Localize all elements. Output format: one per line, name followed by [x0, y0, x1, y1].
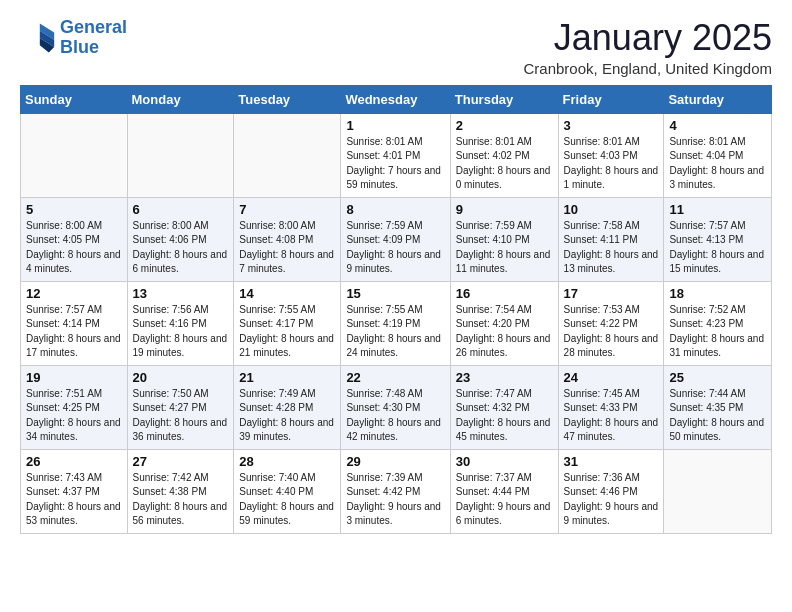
day-cell: 16Sunrise: 7:54 AM Sunset: 4:20 PM Dayli…	[450, 281, 558, 365]
logo-blue: Blue	[60, 37, 99, 57]
day-number: 8	[346, 202, 444, 217]
location: Cranbrook, England, United Kingdom	[524, 60, 772, 77]
logo-general: General	[60, 17, 127, 37]
day-number: 5	[26, 202, 122, 217]
day-info: Sunrise: 7:39 AM Sunset: 4:42 PM Dayligh…	[346, 471, 444, 529]
day-info: Sunrise: 8:00 AM Sunset: 4:06 PM Dayligh…	[133, 219, 229, 277]
day-cell	[664, 449, 772, 533]
weekday-header-sunday: Sunday	[21, 85, 128, 113]
day-info: Sunrise: 7:52 AM Sunset: 4:23 PM Dayligh…	[669, 303, 766, 361]
day-number: 13	[133, 286, 229, 301]
day-info: Sunrise: 8:01 AM Sunset: 4:02 PM Dayligh…	[456, 135, 553, 193]
day-cell: 14Sunrise: 7:55 AM Sunset: 4:17 PM Dayli…	[234, 281, 341, 365]
month-title: January 2025	[524, 18, 772, 58]
day-number: 15	[346, 286, 444, 301]
day-info: Sunrise: 7:45 AM Sunset: 4:33 PM Dayligh…	[564, 387, 659, 445]
logo-text: General Blue	[60, 18, 127, 58]
day-cell: 2Sunrise: 8:01 AM Sunset: 4:02 PM Daylig…	[450, 113, 558, 197]
day-number: 21	[239, 370, 335, 385]
day-info: Sunrise: 7:53 AM Sunset: 4:22 PM Dayligh…	[564, 303, 659, 361]
day-info: Sunrise: 7:50 AM Sunset: 4:27 PM Dayligh…	[133, 387, 229, 445]
day-cell: 31Sunrise: 7:36 AM Sunset: 4:46 PM Dayli…	[558, 449, 664, 533]
day-cell: 7Sunrise: 8:00 AM Sunset: 4:08 PM Daylig…	[234, 197, 341, 281]
day-cell: 17Sunrise: 7:53 AM Sunset: 4:22 PM Dayli…	[558, 281, 664, 365]
day-number: 16	[456, 286, 553, 301]
day-info: Sunrise: 7:55 AM Sunset: 4:19 PM Dayligh…	[346, 303, 444, 361]
day-number: 27	[133, 454, 229, 469]
week-row-4: 19Sunrise: 7:51 AM Sunset: 4:25 PM Dayli…	[21, 365, 772, 449]
day-cell: 11Sunrise: 7:57 AM Sunset: 4:13 PM Dayli…	[664, 197, 772, 281]
header: General Blue January 2025 Cranbrook, Eng…	[20, 18, 772, 77]
week-row-3: 12Sunrise: 7:57 AM Sunset: 4:14 PM Dayli…	[21, 281, 772, 365]
day-number: 26	[26, 454, 122, 469]
day-cell: 10Sunrise: 7:58 AM Sunset: 4:11 PM Dayli…	[558, 197, 664, 281]
day-info: Sunrise: 7:44 AM Sunset: 4:35 PM Dayligh…	[669, 387, 766, 445]
day-number: 25	[669, 370, 766, 385]
day-number: 30	[456, 454, 553, 469]
day-number: 29	[346, 454, 444, 469]
weekday-header-saturday: Saturday	[664, 85, 772, 113]
day-cell: 9Sunrise: 7:59 AM Sunset: 4:10 PM Daylig…	[450, 197, 558, 281]
day-number: 12	[26, 286, 122, 301]
day-number: 1	[346, 118, 444, 133]
day-cell: 18Sunrise: 7:52 AM Sunset: 4:23 PM Dayli…	[664, 281, 772, 365]
day-info: Sunrise: 7:56 AM Sunset: 4:16 PM Dayligh…	[133, 303, 229, 361]
day-info: Sunrise: 8:00 AM Sunset: 4:08 PM Dayligh…	[239, 219, 335, 277]
day-number: 9	[456, 202, 553, 217]
day-number: 10	[564, 202, 659, 217]
day-cell: 12Sunrise: 7:57 AM Sunset: 4:14 PM Dayli…	[21, 281, 128, 365]
day-cell: 21Sunrise: 7:49 AM Sunset: 4:28 PM Dayli…	[234, 365, 341, 449]
day-info: Sunrise: 7:40 AM Sunset: 4:40 PM Dayligh…	[239, 471, 335, 529]
day-number: 20	[133, 370, 229, 385]
day-cell: 25Sunrise: 7:44 AM Sunset: 4:35 PM Dayli…	[664, 365, 772, 449]
day-cell: 13Sunrise: 7:56 AM Sunset: 4:16 PM Dayli…	[127, 281, 234, 365]
logo: General Blue	[20, 18, 127, 58]
day-info: Sunrise: 7:48 AM Sunset: 4:30 PM Dayligh…	[346, 387, 444, 445]
day-cell: 6Sunrise: 8:00 AM Sunset: 4:06 PM Daylig…	[127, 197, 234, 281]
day-info: Sunrise: 7:55 AM Sunset: 4:17 PM Dayligh…	[239, 303, 335, 361]
day-cell: 30Sunrise: 7:37 AM Sunset: 4:44 PM Dayli…	[450, 449, 558, 533]
day-number: 17	[564, 286, 659, 301]
day-cell	[21, 113, 128, 197]
day-number: 22	[346, 370, 444, 385]
day-info: Sunrise: 7:51 AM Sunset: 4:25 PM Dayligh…	[26, 387, 122, 445]
day-info: Sunrise: 7:36 AM Sunset: 4:46 PM Dayligh…	[564, 471, 659, 529]
logo-icon	[20, 20, 56, 56]
day-info: Sunrise: 8:00 AM Sunset: 4:05 PM Dayligh…	[26, 219, 122, 277]
day-number: 18	[669, 286, 766, 301]
day-info: Sunrise: 7:49 AM Sunset: 4:28 PM Dayligh…	[239, 387, 335, 445]
weekday-header-thursday: Thursday	[450, 85, 558, 113]
day-number: 2	[456, 118, 553, 133]
day-cell: 4Sunrise: 8:01 AM Sunset: 4:04 PM Daylig…	[664, 113, 772, 197]
day-number: 28	[239, 454, 335, 469]
day-cell: 19Sunrise: 7:51 AM Sunset: 4:25 PM Dayli…	[21, 365, 128, 449]
page: General Blue January 2025 Cranbrook, Eng…	[0, 0, 792, 552]
day-cell: 29Sunrise: 7:39 AM Sunset: 4:42 PM Dayli…	[341, 449, 450, 533]
day-cell: 1Sunrise: 8:01 AM Sunset: 4:01 PM Daylig…	[341, 113, 450, 197]
day-number: 11	[669, 202, 766, 217]
day-info: Sunrise: 7:59 AM Sunset: 4:09 PM Dayligh…	[346, 219, 444, 277]
day-info: Sunrise: 7:57 AM Sunset: 4:13 PM Dayligh…	[669, 219, 766, 277]
day-cell	[127, 113, 234, 197]
week-row-1: 1Sunrise: 8:01 AM Sunset: 4:01 PM Daylig…	[21, 113, 772, 197]
day-info: Sunrise: 8:01 AM Sunset: 4:03 PM Dayligh…	[564, 135, 659, 193]
day-number: 4	[669, 118, 766, 133]
day-info: Sunrise: 8:01 AM Sunset: 4:01 PM Dayligh…	[346, 135, 444, 193]
title-block: January 2025 Cranbrook, England, United …	[524, 18, 772, 77]
day-info: Sunrise: 7:43 AM Sunset: 4:37 PM Dayligh…	[26, 471, 122, 529]
day-number: 24	[564, 370, 659, 385]
day-number: 14	[239, 286, 335, 301]
day-cell: 28Sunrise: 7:40 AM Sunset: 4:40 PM Dayli…	[234, 449, 341, 533]
day-number: 3	[564, 118, 659, 133]
weekday-header-monday: Monday	[127, 85, 234, 113]
day-cell: 27Sunrise: 7:42 AM Sunset: 4:38 PM Dayli…	[127, 449, 234, 533]
day-number: 19	[26, 370, 122, 385]
week-row-5: 26Sunrise: 7:43 AM Sunset: 4:37 PM Dayli…	[21, 449, 772, 533]
week-row-2: 5Sunrise: 8:00 AM Sunset: 4:05 PM Daylig…	[21, 197, 772, 281]
day-cell: 8Sunrise: 7:59 AM Sunset: 4:09 PM Daylig…	[341, 197, 450, 281]
weekday-header-friday: Friday	[558, 85, 664, 113]
day-info: Sunrise: 7:59 AM Sunset: 4:10 PM Dayligh…	[456, 219, 553, 277]
day-cell: 26Sunrise: 7:43 AM Sunset: 4:37 PM Dayli…	[21, 449, 128, 533]
day-info: Sunrise: 7:47 AM Sunset: 4:32 PM Dayligh…	[456, 387, 553, 445]
day-cell: 15Sunrise: 7:55 AM Sunset: 4:19 PM Dayli…	[341, 281, 450, 365]
